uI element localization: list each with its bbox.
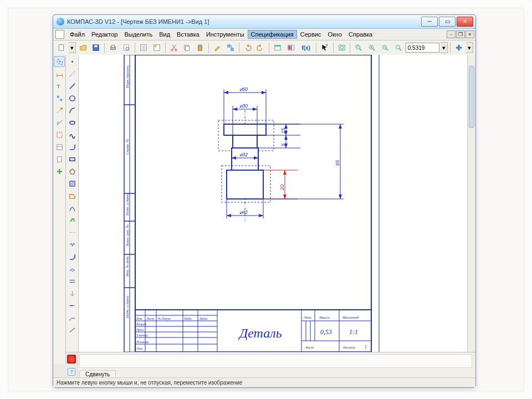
library-button[interactable] — [285, 42, 297, 54]
property-tab-move[interactable]: Сдвинуть — [79, 370, 116, 378]
document-icon — [55, 30, 64, 39]
menu-window[interactable]: Окно — [324, 30, 345, 39]
mdi-minimize-button[interactable]: - — [447, 30, 456, 38]
property-bar[interactable] — [79, 354, 472, 368]
zoom-in-button[interactable] — [366, 42, 378, 54]
tool-insert-icon[interactable] — [54, 166, 65, 177]
tool-collect-contour-icon[interactable] — [66, 214, 78, 226]
zoom-previous-button[interactable] — [392, 42, 405, 54]
svg-marker-115 — [259, 214, 263, 217]
menu-file[interactable]: Файл — [66, 30, 88, 39]
open-button[interactable] — [77, 42, 89, 54]
svg-text:1: 1 — [365, 345, 367, 350]
tool-spec-icon[interactable] — [54, 141, 65, 152]
menu-service[interactable]: Сервис — [297, 30, 325, 39]
tool-hatch-icon[interactable] — [66, 178, 78, 189]
variables-button[interactable] — [151, 42, 163, 54]
tool-edit-icon[interactable] — [54, 93, 65, 104]
svg-marker-104 — [233, 108, 237, 111]
dim-h65: 65 — [335, 160, 340, 166]
zoom-out-button[interactable] — [379, 42, 391, 54]
zoom-value-dropdown[interactable]: ▾ — [441, 42, 448, 53]
help-icon[interactable]: ? — [68, 368, 75, 376]
property-panel: ? Сдвинуть — [66, 352, 475, 378]
tool-measure-icon[interactable] — [54, 117, 65, 128]
svg-text:Масса: Масса — [319, 315, 330, 320]
menu-view[interactable]: Вид — [156, 30, 173, 39]
tool-equidist-icon[interactable] — [66, 202, 78, 213]
tree-button[interactable] — [224, 42, 237, 54]
svg-rect-49 — [60, 107, 63, 109]
tool-spline-icon[interactable] — [66, 129, 78, 140]
tool-arc-icon[interactable] — [66, 105, 78, 116]
app-icon — [57, 18, 64, 25]
undo-button[interactable] — [242, 42, 254, 54]
tool-fillet-icon[interactable] — [66, 141, 78, 152]
copy-properties-button[interactable] — [211, 42, 223, 54]
menu-select[interactable]: Выделить — [121, 30, 156, 39]
tool-curve-icon[interactable] — [66, 312, 78, 323]
zoom-value-input[interactable]: 0.5319 — [406, 43, 440, 53]
tool-break-icon[interactable] — [66, 239, 78, 250]
save-button[interactable] — [90, 42, 103, 54]
zoom-window-button[interactable] — [352, 42, 365, 54]
new-document-dropdown[interactable]: ▾ — [69, 42, 76, 53]
menu-help[interactable]: Справка — [345, 30, 376, 39]
zoom-fit-button[interactable] — [336, 42, 348, 54]
tool-select-icon[interactable] — [54, 129, 65, 140]
tool-report-icon[interactable] — [54, 154, 65, 165]
window-titlebar[interactable]: КОМПАС-3D V12 - [Чертеж БЕЗ ИМЕНИ1 ->Вид… — [53, 15, 475, 29]
properties-button[interactable] — [137, 42, 150, 54]
tool-params-icon[interactable] — [54, 105, 65, 116]
menu-tools[interactable]: Инструменты — [203, 30, 248, 39]
tool-segment-icon[interactable] — [66, 80, 78, 91]
tool-geometry-icon[interactable] — [54, 56, 65, 67]
tool-rect-icon[interactable] — [66, 154, 78, 165]
pan-button[interactable] — [453, 42, 465, 54]
paste-button[interactable] — [194, 42, 206, 54]
window-minimize-button[interactable]: ─ — [421, 17, 438, 27]
tool-polygon-icon[interactable] — [66, 166, 78, 177]
tool-autocurve-icon[interactable] — [66, 263, 78, 274]
menu-bar: Файл Редактор Выделить Вид Вставка Инстр… — [53, 29, 475, 40]
vertical-scrollbar-thumb[interactable] — [469, 66, 474, 128]
tool-auxline-icon[interactable] — [66, 68, 78, 79]
copy-button[interactable] — [181, 42, 193, 54]
svg-marker-114 — [227, 214, 231, 217]
help-pointer-button[interactable]: ? — [319, 42, 331, 54]
tool-continue-icon[interactable] — [66, 300, 78, 311]
new-document-button[interactable] — [55, 42, 68, 54]
tool-ellipse-icon[interactable] — [66, 117, 78, 128]
pan-dropdown[interactable]: ▾ — [466, 42, 473, 53]
redo-button[interactable] — [255, 42, 267, 54]
tool-contour-icon[interactable] — [66, 190, 78, 201]
tool-line-icon[interactable] — [66, 324, 78, 335]
tool-axis-icon[interactable] — [66, 227, 78, 238]
tool-point-icon[interactable] — [66, 56, 78, 67]
window-close-button[interactable]: ✕ — [457, 17, 473, 27]
cut-button[interactable] — [168, 42, 180, 54]
window-maximize-button[interactable]: ▭ — [439, 17, 456, 27]
print-preview-button[interactable] — [120, 42, 132, 54]
svg-marker-105 — [253, 108, 257, 111]
drawing-canvas[interactable]: Справ. № Перв. примен. Взам. инв. № Подп… — [79, 55, 468, 356]
variables-panel-button[interactable]: f(x) — [298, 42, 314, 54]
tool-dimensions-icon[interactable] — [54, 68, 65, 79]
manager-documents-button[interactable] — [272, 42, 284, 54]
tool-multiline-icon[interactable] — [66, 275, 78, 287]
titleblock-scale: 1:1 — [349, 328, 358, 336]
stop-icon[interactable] — [67, 355, 76, 364]
tool-chamfer-icon[interactable] — [66, 251, 78, 262]
svg-text:Взам. инв. №: Взам. инв. № — [125, 224, 130, 246]
tool-circle-icon[interactable] — [66, 93, 78, 104]
menu-insert[interactable]: Вставка — [173, 30, 203, 39]
tool-text-icon[interactable]: T — [54, 80, 65, 91]
menu-editor[interactable]: Редактор — [88, 30, 121, 39]
tool-project-icon[interactable] — [66, 288, 78, 299]
mdi-close-button[interactable]: × — [466, 30, 474, 38]
vertical-scrollbar[interactable] — [467, 55, 475, 356]
menu-specification[interactable]: Спецификация — [248, 30, 297, 39]
print-button[interactable] — [107, 42, 119, 54]
svg-rect-59 — [69, 157, 74, 161]
mdi-restore-button[interactable]: ❐ — [456, 30, 465, 38]
